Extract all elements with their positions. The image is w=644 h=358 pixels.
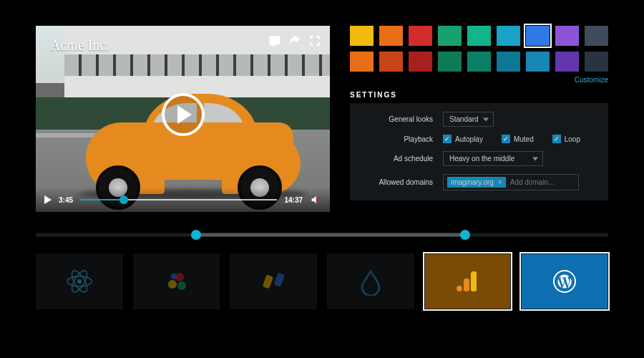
accent-swatch[interactable]: [467, 52, 491, 72]
cast-icon[interactable]: [268, 34, 281, 47]
video-player[interactable]: Acme Inc. 3:45 14:37: [36, 26, 330, 212]
accent-swatch[interactable]: [555, 52, 579, 72]
accent-swatch[interactable]: [350, 52, 374, 72]
svg-point-8: [171, 274, 177, 279]
progress-bar[interactable]: [80, 199, 277, 200]
autoplay-checkbox[interactable]: Autoplay: [443, 135, 483, 143]
accent-swatch[interactable]: [409, 52, 432, 72]
accent-swatch[interactable]: [350, 26, 374, 46]
range-handle-start[interactable]: [191, 230, 201, 240]
range-handle-end[interactable]: [460, 230, 470, 240]
svg-rect-10: [274, 273, 286, 287]
svg-rect-9: [263, 274, 274, 289]
allowed-domains-field[interactable]: imaginary.org×: [443, 174, 579, 190]
accent-swatch[interactable]: [379, 52, 403, 72]
general-looks-select[interactable]: Standard: [443, 112, 494, 127]
customize-link[interactable]: Customize: [350, 76, 608, 84]
integration-analytics[interactable]: [424, 253, 512, 309]
label-ad-schedule: Ad schedule: [361, 155, 433, 163]
accent-swatch[interactable]: [585, 26, 608, 46]
accent-swatch[interactable]: [409, 26, 432, 46]
label-allowed-domains: Allowed domains: [361, 178, 433, 186]
accent-swatch[interactable]: [555, 26, 579, 46]
label-playback: Playback: [361, 135, 433, 143]
progress-handle[interactable]: [119, 195, 128, 204]
accent-swatch[interactable]: [497, 52, 520, 72]
accent-swatch[interactable]: [438, 26, 462, 46]
integration-adsense[interactable]: [230, 253, 317, 309]
play-button[interactable]: [162, 93, 205, 136]
accent-swatch[interactable]: [438, 52, 462, 72]
accent-swatch[interactable]: [526, 52, 550, 72]
label-general-looks: General looks: [361, 115, 433, 123]
add-domain-input[interactable]: [510, 178, 567, 186]
integration-google[interactable]: [133, 253, 220, 309]
accent-swatch[interactable]: [497, 26, 520, 46]
muted-checkbox[interactable]: Muted: [502, 135, 534, 143]
integration-react[interactable]: [36, 253, 123, 309]
accent-swatches: [350, 26, 608, 72]
svg-point-7: [177, 281, 186, 290]
integration-droplet[interactable]: [327, 253, 414, 309]
remove-tag-icon[interactable]: ×: [498, 178, 502, 186]
loop-checkbox[interactable]: Loop: [552, 135, 580, 143]
svg-rect-12: [464, 279, 469, 291]
settings-panel: General looks Standard Playback Autoplay…: [350, 103, 608, 200]
time-total: 14:37: [284, 196, 303, 204]
fullscreen-icon[interactable]: [308, 34, 321, 47]
accent-swatch[interactable]: [585, 52, 608, 72]
mute-icon[interactable]: [310, 194, 321, 205]
accent-swatch[interactable]: [467, 26, 491, 46]
time-elapsed: 3:45: [59, 196, 73, 204]
svg-rect-11: [471, 271, 477, 291]
integration-cards: [36, 253, 608, 309]
brand-watermark: Acme Inc.: [50, 37, 109, 54]
domain-tag[interactable]: imaginary.org×: [447, 177, 506, 188]
play-icon[interactable]: [44, 195, 52, 204]
timeline-range[interactable]: [36, 231, 608, 239]
ad-schedule-select[interactable]: Heavy on the middle: [443, 151, 543, 166]
svg-point-13: [457, 286, 462, 291]
accent-swatch[interactable]: [526, 26, 550, 46]
player-controls: 3:45 14:37: [36, 188, 330, 212]
integration-wordpress[interactable]: [521, 253, 608, 309]
settings-heading: SETTINGS: [350, 91, 608, 99]
accent-swatch[interactable]: [379, 26, 403, 46]
svg-point-4: [77, 279, 82, 284]
svg-point-5: [168, 280, 177, 289]
share-icon[interactable]: [288, 34, 301, 47]
